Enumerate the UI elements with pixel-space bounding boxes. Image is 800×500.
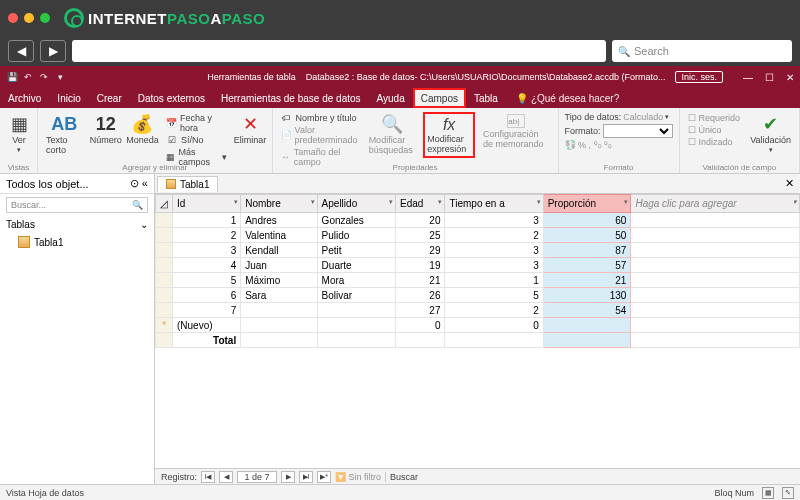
nombre-titulo-button[interactable]: 🏷Nombre y título [279,112,361,124]
search-icon: 🔍 [132,200,143,210]
valor-pred-button[interactable]: 📄Valor predeterminado [279,124,361,146]
column-header[interactable]: Tiempo en a▾ [445,195,543,213]
record-position[interactable]: 1 de 7 [237,471,277,483]
collapse-icon: ⌄ [140,219,148,230]
tab-close-button[interactable]: ✕ [779,177,800,190]
no-filter-label: 🔽 Sin filtro [335,472,381,482]
fx-icon: fx [443,116,455,134]
tab-ayuda[interactable]: Ayuda [369,88,413,108]
more-fields-icon: ▦ [166,152,175,162]
nav-header[interactable]: Todos los objet...⊙ « [0,174,154,194]
group-validacion: ☐ Requerido ☐ Único ☐ Indizado ✔Validaci… [680,108,800,173]
datasheet-view-button[interactable]: ▦ [762,487,774,499]
tab-campos[interactable]: Campos [413,88,466,108]
total-row[interactable]: Total [156,333,800,348]
context-tab-label: Herramientas de tabla [207,72,296,82]
select-all[interactable]: ◿ [156,195,173,213]
validation-icon: ✔ [763,114,778,134]
formato-select[interactable] [603,124,673,138]
tab-herramientas-bd[interactable]: Herramientas de base de datos [213,88,369,108]
nav-category-tablas[interactable]: Tablas⌄ [0,216,154,233]
checkbox-icon: ☑ [166,135,178,145]
design-view-button[interactable]: ✎ [782,487,794,499]
column-header[interactable]: Nombre▾ [241,195,317,213]
first-record-button[interactable]: I◀ [201,471,215,483]
next-record-button[interactable]: ▶ [281,471,295,483]
app-titlebar: 💾 ↶ ↷ ▾ Herramientas de tabla Database2 … [0,66,800,88]
back-button[interactable]: ◀ [8,40,34,62]
undo-icon[interactable]: ↶ [22,71,34,83]
nav-collapse-icon[interactable]: ⊙ « [130,177,148,190]
url-bar[interactable] [72,40,606,62]
fecha-button[interactable]: 📅Fecha y hora [164,112,229,134]
mod-busquedas-button[interactable]: 🔍Modificar búsquedas [367,112,418,157]
tab-tabla1[interactable]: Tabla1 [157,176,218,192]
tab-tabla[interactable]: Tabla [466,88,506,108]
table-row[interactable]: 7 272 54 [156,303,800,318]
tab-archivo[interactable]: Archivo [0,88,49,108]
column-header[interactable]: Apellido▾ [317,195,395,213]
table-row[interactable]: 2ValentinaPulido 252 50 [156,228,800,243]
new-record-button[interactable]: ▶* [317,471,331,483]
requerido-check[interactable]: ☐ Requerido [686,112,743,124]
lookup-icon: 🔍 [381,114,403,134]
browser-search[interactable]: Search [612,40,792,62]
table-row[interactable]: 1AndresGonzales 203 60 [156,213,800,228]
default-icon: 📄 [281,130,292,140]
qat-more-icon[interactable]: ▾ [54,71,66,83]
close-dot[interactable] [8,13,18,23]
record-navigator: Registro: I◀ ◀ 1 de 7 ▶ ▶I ▶* 🔽 Sin filt… [155,468,800,484]
nav-object-tabla1[interactable]: Tabla1 [0,233,154,251]
numlock-label: Bloq Num [714,488,754,498]
validacion-button[interactable]: ✔Validación▾ [748,112,793,156]
app-title-text: Database2 : Base de datos- C:\Users\USUA… [306,72,666,82]
tab-inicio[interactable]: Inicio [49,88,88,108]
table-row[interactable]: 6SaraBolivar 265 130 [156,288,800,303]
redo-icon[interactable]: ↷ [38,71,50,83]
record-search[interactable]: Buscar [385,472,418,482]
ribbon: ▦Ver▾ Vistas ABTexto corto 12Número 💰Mon… [0,108,800,174]
texto-corto-button[interactable]: ABTexto corto [44,112,84,157]
column-header[interactable]: Proporción▾ [543,195,631,213]
restore-button[interactable]: ☐ [765,72,774,83]
ver-button[interactable]: ▦Ver▾ [6,112,32,156]
unico-check[interactable]: ☐ Único [686,124,743,136]
moneda-button[interactable]: 💰Moneda [127,112,158,147]
prev-record-button[interactable]: ◀ [219,471,233,483]
last-record-button[interactable]: ▶I [299,471,313,483]
indizado-check[interactable]: ☐ Indizado [686,136,743,148]
signin-button[interactable]: Inic. ses. [675,71,723,83]
datasheet-table[interactable]: ◿Id▾Nombre▾Apellido▾Edad▾Tiempo en a▾Pro… [155,194,800,348]
column-header[interactable]: Id▾ [173,195,241,213]
column-header[interactable]: Haga clic para agregar▾ [631,195,800,213]
view-mode-label: Vista Hoja de datos [6,488,84,498]
table-row[interactable]: 5MáximoMora 211 21 [156,273,800,288]
numero-button[interactable]: 12Número [90,112,121,147]
nav-search[interactable]: Buscar...🔍 [6,197,148,213]
table-row[interactable]: 3KendallPetit 293 87 [156,243,800,258]
sino-button[interactable]: ☑Sí/No [164,134,229,146]
conf-memo-button[interactable]: ab|Configuración de memorando [481,112,552,151]
browser-toolbar: ◀ ▶ Search [0,36,800,66]
text-icon: AB [51,114,77,134]
maximize-dot[interactable] [40,13,50,23]
table-row[interactable]: 4JuanDuarte 193 57 [156,258,800,273]
format-buttons[interactable]: 💱 % , ⁰₀ ⁰₀ [565,140,673,150]
mod-expresion-button[interactable]: fxModificar expresión [423,112,475,158]
column-header[interactable]: Edad▾ [396,195,445,213]
logo-icon [64,8,84,28]
tab-datos-externos[interactable]: Datos externos [130,88,213,108]
minimize-button[interactable]: — [743,72,753,83]
tell-me-search[interactable]: 💡 ¿Qué desea hacer? [516,93,619,104]
window-controls [8,13,50,23]
minimize-dot[interactable] [24,13,34,23]
new-row[interactable]: (Nuevo)00 [156,318,800,333]
close-button[interactable]: ✕ [786,72,794,83]
tab-crear[interactable]: Crear [89,88,130,108]
browser-titlebar: INTERNETPASOAPASO [0,0,800,36]
forward-button[interactable]: ▶ [40,40,66,62]
eliminar-button[interactable]: ✕Eliminar [235,112,266,147]
currency-icon: 💰 [131,114,153,134]
save-icon[interactable]: 💾 [6,71,18,83]
size-icon: ↔ [281,152,291,162]
